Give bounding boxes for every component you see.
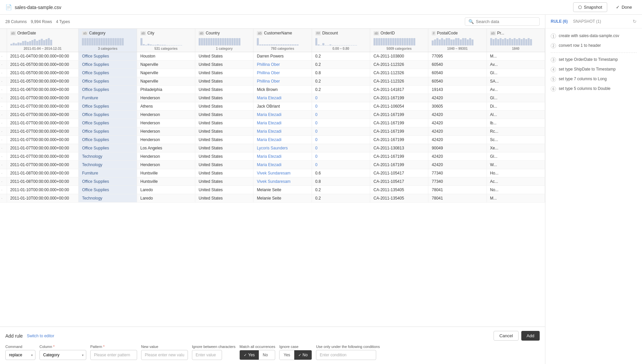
condition-input[interactable] [316,350,376,360]
match-all-yes-button[interactable]: Yes [240,350,259,360]
orderid-cell: CA-2011-106054 [370,102,428,111]
row-dot: · [0,52,7,60]
postalcode-cell: 77095 [428,52,487,60]
city-cell: Philadelphia [137,86,195,94]
condition-field-group: Use only under the following conditions [316,345,380,360]
search-input[interactable] [476,19,536,24]
cancel-button[interactable]: Cancel [494,331,518,341]
postalcode-cell: 30605 [428,102,487,111]
city-cell: Huntsville [137,169,195,177]
command-select[interactable]: replace set type rename delete filter [5,350,35,360]
row-dot: · [0,136,7,144]
country-cell: United States [195,194,253,203]
form-fields: Command replace set type rename delete f… [5,345,540,360]
orderdate-cell: 2011-01-07T00:00:00.000+00:00 [7,127,79,136]
data-table-container[interactable]: ab OrderDate 2011-01-04 – 2014-12-31 ab [0,29,545,327]
switch-editor-link[interactable]: Switch to editor [27,334,54,338]
row-dot-header [0,29,7,52]
done-button[interactable]: ✓ Done [611,3,637,12]
rule-tabs: RULE (6) SNAPSHOT (1) [551,19,601,24]
orderdate-cell: 2011-01-08T00:00:00.000+00:00 [7,177,79,186]
orderid-cell: CA-2011-130813 [370,144,428,152]
postalcode-cell: 77340 [428,177,487,186]
country-cell: United States [195,169,253,177]
pr-cell: Xe... [487,144,545,152]
city-cell: Laredo [137,194,195,203]
category-cell: Office Supplies [79,177,137,186]
table-row: · 2011-01-07T00:00:00.000+00:00 Office S… [0,102,545,111]
ignore-case-no-button[interactable]: No [294,350,312,360]
pattern-input[interactable] [90,350,137,360]
col-range: 1 category [199,47,250,50]
orderid-cell: CA-2011-167199 [370,161,428,169]
search-icon: 🔍 [468,19,474,24]
country-cell: United States [195,111,253,119]
table-row: · 2011-01-07T00:00:00.000+00:00 Office S… [0,111,545,119]
col-orderdate[interactable]: ab OrderDate 2011-01-04 – 2014-12-31 [7,29,79,52]
match-all-toggle: Yes No [239,350,275,360]
col-discount[interactable]: ## Discount 0.00 – 0.80 [312,29,370,52]
add-rule-actions: Cancel Add [494,331,540,341]
newvalue-input[interactable] [141,350,188,360]
rule-item[interactable]: 1 create with sales-data-sample.csv [545,31,642,41]
city-cell: Naperville [137,60,195,69]
pr-cell: Di... [487,102,545,111]
col-type-icon: ab [140,31,146,35]
category-cell: Furniture [79,169,137,177]
col-range: 3 categories [82,47,133,50]
col-range: 531 categories [140,47,192,50]
match-all-no-button[interactable]: No [259,350,272,360]
discount-cell: 0 [312,152,370,161]
rule-item[interactable]: 5 set type 7 columns to Long [545,74,642,84]
table-row: · 2011-01-10T00:00:00.000+00:00 Technolo… [0,194,545,203]
col-orderid[interactable]: ab OrderID 5009 categories [370,29,428,52]
orderid-cell: CA-2011-167199 [370,111,428,119]
table-row: · 2011-01-10T00:00:00.000+00:00 Office S… [0,186,545,194]
city-cell: Los Angeles [137,144,195,152]
discount-cell: 0.8 [312,69,370,77]
table-row: · 2011-01-04T00:00:00.000+00:00 Office S… [0,52,545,60]
city-cell: Naperville [137,77,195,86]
col-name: Discount [322,31,338,35]
rule-tab-rules[interactable]: RULE (6) [551,19,568,24]
row-dot: · [0,102,7,111]
add-button[interactable]: Add [521,331,540,341]
col-pr[interactable]: ab Pr... 1840 [487,29,545,52]
discount-cell: 0 [312,119,370,127]
row-dot: · [0,86,7,94]
table-row: · 2011-01-07T00:00:00.000+00:00 Office S… [0,127,545,136]
rule-item[interactable]: 3 set type OrderDate to Timestamp [545,55,642,65]
col-country[interactable]: ab Country 1 category [195,29,253,52]
rule-divider [551,52,637,53]
row-dot: · [0,111,7,119]
snapshot-button[interactable]: ⬡ Snapshot [573,2,607,12]
col-type-icon: ab [373,31,379,35]
orderid-cell: CA-2011-103800 [370,52,428,60]
rule-item[interactable]: 2 convert row 1 to header [545,41,642,50]
col-city[interactable]: ab City 531 categories [137,29,195,52]
customername-cell: Melanie Seite [253,186,312,194]
col-category[interactable]: ab Category 3 categories [79,29,137,52]
col-postalcode[interactable]: # PostalCode 1040 – 99301 [428,29,487,52]
country-cell: United States [195,69,253,77]
data-area: 28 Columns 9,994 Rows 4 Types 🔍 [0,15,545,364]
postalcode-cell: 42420 [428,161,487,169]
country-cell: United States [195,186,253,194]
pr-cell: Sc... [487,136,545,144]
column-select[interactable]: Category OrderDate City Country Customer… [39,350,86,360]
discount-cell: 0.2 [312,86,370,94]
rule-item[interactable]: 4 set type ShipDate to Timestamp [545,65,642,74]
pr-cell: Gl... [487,152,545,161]
ignore-input[interactable] [192,350,222,360]
rule-item[interactable]: 6 set type 5 columns to Double [545,84,642,94]
customername-cell: Vivek Sundaresam [253,169,312,177]
orderdate-cell: 2011-01-07T00:00:00.000+00:00 [7,144,79,152]
rule-number: 6 [551,86,556,92]
search-box[interactable]: 🔍 [465,17,540,26]
refresh-icon[interactable]: ↻ [633,19,637,24]
rule-tab-snapshot[interactable]: SNAPSHOT (1) [573,19,601,24]
col-customername[interactable]: ab CustomerName 793 categories [253,29,312,52]
ignore-case-yes-button[interactable]: Yes [280,350,294,360]
city-cell: Naperville [137,69,195,77]
customername-cell: Maria Etezadi [253,94,312,102]
